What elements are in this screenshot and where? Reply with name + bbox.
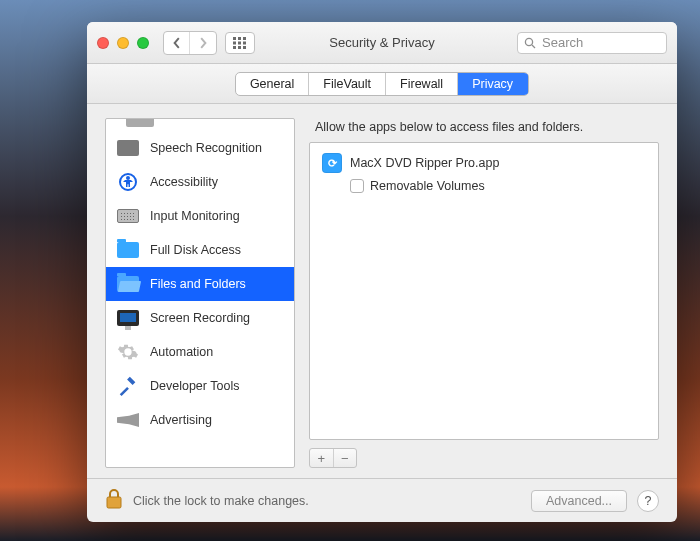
forward-button[interactable] [190,32,216,54]
tab-filevault[interactable]: FileVault [309,73,386,95]
chevron-right-icon [197,37,209,49]
permissions-app-list: ⟳ MacX DVD Ripper Pro.app Removable Volu… [309,142,659,440]
svg-rect-8 [243,46,246,49]
search-icon [524,37,536,49]
titlebar: Security & Privacy Search [87,22,677,64]
svg-rect-0 [233,37,236,40]
content-area: Speech Recognition Accessibility Input M… [87,104,677,478]
sidebar-item-label: Files and Folders [150,277,246,291]
privacy-category-list: Speech Recognition Accessibility Input M… [105,118,295,468]
display-icon [116,306,140,330]
sidebar-item-label: Screen Recording [150,311,250,325]
advanced-button[interactable]: Advanced... [531,490,627,512]
sidebar-item-speech-recognition[interactable]: Speech Recognition [106,131,294,165]
permission-checkbox[interactable] [350,179,364,193]
sidebar-item-screen-recording[interactable]: Screen Recording [106,301,294,335]
permission-label: Removable Volumes [370,179,485,193]
sidebar-item-accessibility[interactable]: Accessibility [106,165,294,199]
add-button[interactable]: + [310,449,334,467]
chevron-left-icon [171,37,183,49]
svg-rect-6 [233,46,236,49]
sidebar-item-label: Developer Tools [150,379,239,393]
sidebar-item-label: Automation [150,345,213,359]
sidebar-item-input-monitoring[interactable]: Input Monitoring [106,199,294,233]
sidebar-item-full-disk-access[interactable]: Full Disk Access [106,233,294,267]
sidebar-item-label: Full Disk Access [150,243,241,257]
svg-rect-2 [243,37,246,40]
lock-hint: Click the lock to make changes. [133,494,309,508]
sidebar-item-files-and-folders[interactable]: Files and Folders [106,267,294,301]
remove-button[interactable]: − [334,449,357,467]
footer: Click the lock to make changes. Advanced… [87,478,677,522]
keyboard-icon [116,204,140,228]
svg-rect-5 [243,41,246,44]
app-row[interactable]: ⟳ MacX DVD Ripper Pro.app [322,153,646,173]
search-placeholder: Search [542,35,583,50]
svg-rect-7 [238,46,241,49]
folder-open-icon [116,272,140,296]
sidebar-item-label: Advertising [150,413,212,427]
tab-privacy[interactable]: Privacy [458,73,528,95]
sidebar-item-label: Speech Recognition [150,141,262,155]
window-controls [97,37,149,49]
show-all-button[interactable] [225,32,255,54]
permissions-panel: Allow the apps below to access files and… [309,118,659,468]
tab-general[interactable]: General [236,73,309,95]
speech-recognition-icon [116,136,140,160]
permission-row[interactable]: Removable Volumes [350,179,646,193]
help-button[interactable]: ? [637,490,659,512]
gear-icon [116,340,140,364]
scroll-cutoff-indicator [126,118,154,127]
svg-rect-3 [233,41,236,44]
svg-rect-1 [238,37,241,40]
back-button[interactable] [164,32,190,54]
close-window-button[interactable] [97,37,109,49]
nav-buttons [163,31,217,55]
permissions-hint: Allow the apps below to access files and… [315,120,659,134]
zoom-window-button[interactable] [137,37,149,49]
svg-rect-11 [107,497,121,508]
sidebar-item-developer-tools[interactable]: Developer Tools [106,369,294,403]
add-remove-buttons: + − [309,448,357,468]
accessibility-icon [116,170,140,194]
sidebar-item-label: Accessibility [150,175,218,189]
minimize-window-button[interactable] [117,37,129,49]
sidebar-item-label: Input Monitoring [150,209,240,223]
tab-firewall[interactable]: Firewall [386,73,458,95]
grid-icon [233,37,247,49]
search-field[interactable]: Search [517,32,667,54]
sidebar-item-advertising[interactable]: Advertising [106,403,294,437]
app-icon: ⟳ [322,153,342,173]
hammer-icon [116,374,140,398]
svg-line-10 [532,45,535,48]
sidebar-item-automation[interactable]: Automation [106,335,294,369]
svg-rect-4 [238,41,241,44]
tab-bar: General FileVault Firewall Privacy [87,64,677,104]
preferences-window: Security & Privacy Search General FileVa… [87,22,677,522]
svg-point-9 [525,38,532,45]
app-name: MacX DVD Ripper Pro.app [350,156,499,170]
folder-icon [116,238,140,262]
megaphone-icon [116,408,140,432]
lock-icon[interactable] [105,489,123,512]
